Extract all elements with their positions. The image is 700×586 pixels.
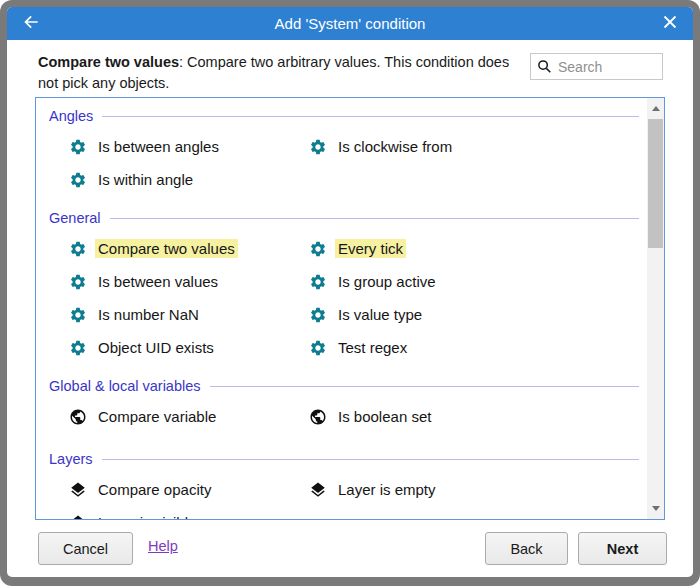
category-section: LayersCompare opacityLayer is emptyLayer… [49,449,647,519]
category-divider-line [102,116,639,117]
condition-item[interactable]: Is group active [309,265,647,298]
condition-item[interactable]: Compare variable [69,400,309,433]
close-button[interactable] [651,7,689,40]
condition-label: Test regex [335,338,410,357]
gear-icon [69,138,87,156]
condition-label: Compare two values [95,239,238,258]
category-header: Angles [49,106,639,126]
condition-item[interactable]: Test regex [309,331,647,364]
layers-icon [309,481,327,499]
condition-name-bold: Compare two values [38,54,179,70]
condition-rows: Compare variableIs boolean set [69,400,647,433]
back-arrow-button[interactable] [9,7,53,40]
condition-label: Is within angle [95,170,196,189]
category-divider-line [210,386,639,387]
search-box [530,53,663,80]
condition-label: Layer is empty [335,480,439,499]
dialog-window: Add 'System' condition Compare two value… [0,0,700,586]
gear-icon [309,339,327,357]
gear-icon [309,273,327,291]
condition-label: Object UID exists [95,338,217,357]
scroll-down-button[interactable] [647,500,664,517]
condition-label: Is number NaN [95,305,202,324]
scroll-up-button[interactable] [647,100,664,117]
layers-icon [69,481,87,499]
dialog-body: Add 'System' condition Compare two value… [7,7,693,577]
titlebar: Add 'System' condition [7,7,693,40]
condition-label: Is between values [95,272,221,291]
condition-item[interactable]: Is value type [309,298,647,331]
condition-item[interactable]: Is within angle [69,163,309,196]
condition-rows: Compare two valuesEvery tickIs between v… [69,232,647,364]
cancel-button[interactable]: Cancel [38,532,133,565]
back-button[interactable]: Back [485,532,568,565]
next-button[interactable]: Next [578,532,667,565]
condition-label: Compare opacity [95,480,214,499]
condition-rows: Compare opacityLayer is emptyLayer is vi… [69,473,647,519]
gear-icon [309,138,327,156]
category-header: Global & local variables [49,376,639,396]
gear-icon [69,339,87,357]
close-icon [663,15,677,32]
condition-list-content: AnglesIs between anglesIs clockwise from… [36,98,647,519]
arrow-left-icon [21,12,41,35]
dialog-title: Add 'System' condition [275,15,426,32]
triangle-down-icon [652,506,660,511]
condition-item[interactable]: Every tick [309,232,647,265]
category-name: Global & local variables [49,378,201,394]
condition-label: Every tick [335,239,406,258]
condition-item[interactable]: Object UID exists [69,331,309,364]
condition-rows: Is between anglesIs clockwise fromIs wit… [69,130,647,196]
gear-icon [309,306,327,324]
gear-icon [69,240,87,258]
category-header: Layers [49,449,639,469]
condition-item[interactable]: Compare opacity [69,473,309,506]
layers-icon [69,514,87,520]
category-name: General [49,210,101,226]
condition-label: Is value type [335,305,425,324]
category-header: General [49,208,639,228]
condition-label: Compare variable [95,407,219,426]
category-name: Layers [49,451,93,467]
condition-item[interactable]: Layer is empty [309,473,647,506]
help-link[interactable]: Help [148,538,178,554]
condition-label: Is group active [335,272,439,291]
category-divider-line [110,218,639,219]
search-input[interactable] [530,53,663,80]
scrollbar[interactable] [647,98,664,519]
condition-list: AnglesIs between anglesIs clockwise from… [35,97,665,520]
condition-label: Layer is visible [95,513,199,519]
category-section: AnglesIs between anglesIs clockwise from… [49,106,647,196]
gear-icon [69,306,87,324]
category-name: Angles [49,108,93,124]
triangle-up-icon [652,106,660,111]
condition-description: Compare two values: Compare two arbitrar… [38,52,522,94]
gear-icon [69,171,87,189]
condition-label: Is between angles [95,137,222,156]
condition-item[interactable]: Is between angles [69,130,309,163]
category-divider-line [102,459,639,460]
condition-label: Is clockwise from [335,137,455,156]
condition-item[interactable]: Is clockwise from [309,130,647,163]
gear-icon [309,240,327,258]
category-section: GeneralCompare two valuesEvery tickIs be… [49,208,647,364]
category-section: Global & local variablesCompare variable… [49,376,647,433]
gear-icon [69,273,87,291]
condition-item[interactable]: Is boolean set [309,400,647,433]
globe-icon [309,408,327,426]
scrollbar-thumb[interactable] [648,119,663,248]
condition-item[interactable]: Layer is visible [69,506,309,519]
condition-item[interactable]: Compare two values [69,232,309,265]
condition-item[interactable]: Is between values [69,265,309,298]
condition-label: Is boolean set [335,407,434,426]
condition-item[interactable]: Is number NaN [69,298,309,331]
globe-icon [69,408,87,426]
